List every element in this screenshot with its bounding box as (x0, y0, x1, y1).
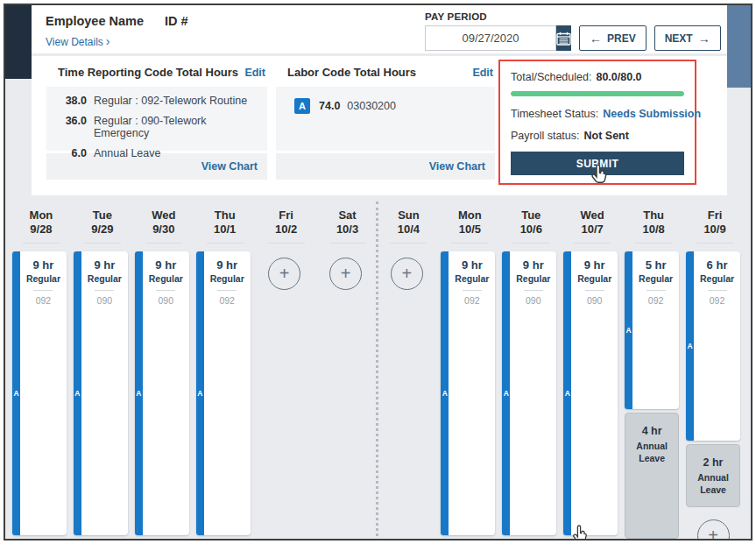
day-name: Thu (194, 208, 256, 223)
day-header-divider (574, 243, 611, 244)
calendar-icon (556, 32, 571, 46)
labor-code-marker: A (12, 389, 20, 398)
entry-code: 092 (634, 295, 677, 306)
day-date: 9/29 (72, 223, 133, 237)
time-reporting-row: 36.0 Regular : 090-Telework Emergency (58, 115, 258, 139)
entry-code: 090 (83, 295, 126, 306)
day-name: Tue (500, 208, 562, 223)
labor-code-marker: A (563, 389, 571, 398)
day-entries: A6 hrRegular0922 hrAnnual Leave+ (684, 251, 745, 540)
entry-type: Annual Leave (692, 471, 734, 496)
entry-code: 090 (512, 295, 555, 306)
entry-hours: 2 hr (687, 456, 739, 469)
day-column: Mon9/28A9 hrRegular092 (11, 208, 72, 540)
entry-type: Regular (634, 273, 677, 284)
day-name: Fri (684, 208, 745, 223)
entry-hours: 6 hr (696, 258, 738, 272)
leave-entry-card[interactable]: 4 hrAnnual Leave (625, 413, 679, 539)
entry-hours: 9 hr (145, 258, 187, 272)
day-entries: A9 hrRegular092 (439, 251, 500, 535)
add-entry-button[interactable]: + (268, 258, 300, 290)
app-window: Employee Name ID # View Details› PAY PER… (4, 4, 752, 540)
entry-accent-bar: A (196, 251, 204, 535)
labor-code-edit-link[interactable]: Edit (472, 67, 493, 79)
entry-accent-bar: A (74, 251, 81, 535)
time-entry-card[interactable]: A5 hrRegular092 (625, 251, 679, 409)
entry-hours: 9 hr (206, 258, 249, 272)
day-entries: A9 hrRegular090 (72, 251, 133, 535)
entry-hours: 4 hr (625, 425, 678, 437)
pay-period-label: PAY PERIOD (425, 11, 718, 22)
labor-code-marker: A (686, 342, 694, 350)
entry-body: 2 hrAnnual Leave (687, 445, 739, 496)
day-header-divider (268, 243, 305, 244)
calendar-picker-button[interactable] (556, 25, 571, 51)
day-entries: A9 hrRegular090 (133, 251, 194, 535)
entry-accent-bar: A (502, 251, 510, 535)
add-entry-button[interactable]: + (697, 519, 730, 540)
labor-code-view-chart-link[interactable]: View Chart (276, 153, 495, 180)
day-column: Thu10/1A9 hrRegular092 (194, 208, 256, 540)
next-pay-period-button[interactable]: NEXT → (654, 25, 721, 51)
pay-period-section: PAY PERIOD ← PREV (425, 11, 718, 53)
entry-divider (33, 290, 53, 291)
day-header-divider (512, 243, 549, 244)
time-entry-card[interactable]: A9 hrRegular092 (196, 251, 251, 535)
submit-button[interactable]: SUBMIT (511, 152, 684, 175)
day-column: Sun10/4+ (378, 208, 439, 540)
labor-code-marker: A (502, 389, 510, 398)
time-entry-card[interactable]: A9 hrRegular092 (441, 251, 495, 535)
prev-pay-period-button[interactable]: ← PREV (579, 25, 646, 51)
day-name: Wed (562, 208, 623, 223)
time-entry-card[interactable]: A6 hrRegular092 (686, 251, 740, 441)
day-date: 10/5 (439, 223, 500, 237)
entry-divider (708, 290, 727, 291)
entry-type: Regular (696, 273, 738, 284)
header-band-left (5, 5, 32, 79)
time-entry-card[interactable]: A9 hrRegular090 (135, 251, 189, 535)
arrow-right-icon: → (698, 32, 710, 46)
leave-entry-card[interactable]: 2 hrAnnual Leave (686, 444, 740, 507)
entry-type: Regular (450, 273, 493, 284)
entry-body: 9 hrRegular090 (135, 251, 189, 306)
entry-body: 9 hrRegular092 (12, 251, 67, 306)
time-entry-card[interactable]: A9 hrRegular090 (74, 251, 128, 535)
entry-accent-bar: A (12, 251, 20, 535)
entry-body: 4 hrAnnual Leave (625, 413, 678, 464)
entry-body: 5 hrRegular092 (625, 251, 679, 306)
plus-icon: + (708, 526, 718, 540)
day-header-divider (207, 243, 244, 244)
entry-divider (585, 290, 604, 291)
time-entry-card[interactable]: A9 hrRegular092 (12, 251, 67, 535)
day-entries: A9 hrRegular092 (11, 251, 72, 535)
entry-body: 9 hrRegular092 (196, 251, 251, 306)
time-entry-card[interactable]: A9 hrRegular090 (563, 251, 618, 535)
entry-type: Regular (22, 273, 65, 284)
day-date: 10/7 (562, 223, 623, 237)
pay-period-date-input[interactable] (425, 25, 556, 51)
entry-divider (646, 290, 666, 291)
day-header: Fri10/9 (684, 208, 745, 237)
time-reporting-edit-link[interactable]: Edit (244, 67, 265, 79)
day-date: 10/6 (500, 223, 562, 237)
time-entry-card[interactable]: A9 hrRegular090 (502, 251, 556, 535)
add-entry-button[interactable]: + (391, 258, 423, 290)
day-date: 10/3 (317, 223, 378, 237)
day-header-divider (84, 243, 121, 244)
day-entries: A9 hrRegular090 (500, 251, 562, 535)
day-header: Wed9/30 (133, 208, 194, 237)
day-entries: + (378, 258, 439, 290)
day-entries: A9 hrRegular090 (562, 251, 623, 535)
day-header-divider (696, 243, 733, 244)
add-entry-button[interactable]: + (329, 258, 362, 290)
day-name: Wed (133, 208, 194, 223)
time-reporting-panel: 38.0 Regular : 092-Telework Routine 36.0… (46, 87, 267, 151)
labor-code-marker: A (74, 389, 81, 398)
view-details-link[interactable]: View Details› (46, 34, 188, 48)
entry-divider (524, 290, 543, 291)
entry-body: 9 hrRegular092 (441, 251, 495, 306)
day-date: 9/30 (133, 223, 194, 237)
entry-code: 092 (206, 295, 249, 306)
entry-hours: 5 hr (634, 258, 677, 272)
entry-hours: 9 hr (512, 258, 555, 272)
